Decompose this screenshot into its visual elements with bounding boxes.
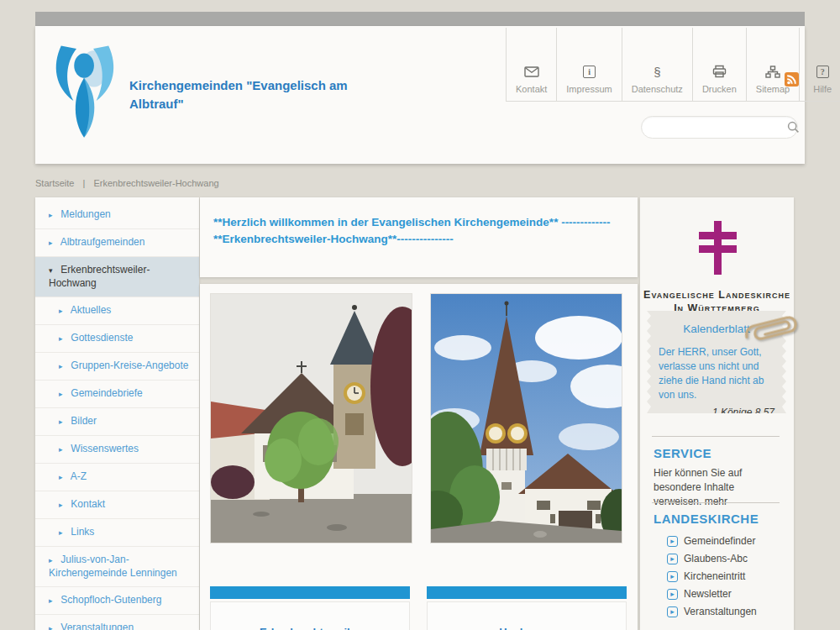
sidebar-nav-label: Julius-von-Jan-Kirchengemeinde Lenningen (49, 554, 177, 579)
sidebar-nav-item[interactable]: Bilder (35, 408, 199, 436)
toolbar-label: Datenschutz (632, 84, 683, 94)
landeskirche-link-label: Kircheneintritt (684, 570, 745, 582)
sidebar-nav-label: Gruppen-Kreise-Angebote (71, 360, 188, 371)
sidebar-nav-item[interactable]: Schopfloch-Gutenberg (35, 587, 199, 615)
breadcrumb-current: Erkenbrechtsweiler-Hochwang (93, 178, 218, 188)
sidebar-nav-label: A-Z (71, 470, 87, 482)
teaser-card-hochwang: Hochwang (427, 586, 627, 630)
toolbar-item-datenschutz[interactable]: § Datenschutz (622, 28, 692, 101)
teaser-card-erkenbrechtsweiler: Erkenbrechtsweiler (210, 586, 410, 630)
service-heading: SERVICE (654, 446, 711, 460)
play-arrow-icon (667, 571, 678, 582)
landeskirche-link[interactable]: Gemeindefinder (667, 535, 757, 547)
sidebar-nav-item[interactable]: Julius-von-Jan-Kirchengemeinde Lenningen (35, 547, 199, 587)
sidebar-nav-label: Veranstaltungen (60, 622, 134, 630)
expand-arrow-icon (59, 471, 68, 484)
sidebar-nav-item[interactable]: Gemeindebriefe (35, 381, 199, 408)
site-logo-link[interactable]: Kirchengemeinden "Evangelisch am Albtrau… (50, 41, 373, 144)
sidebar-nav-label: Erkenbrechtsweiler-Hochwang (49, 264, 150, 289)
toolbar-item-drucken[interactable]: Drucken (692, 28, 746, 101)
expand-arrow-icon (59, 333, 68, 345)
page: Kirchengemeinden "Evangelisch am Albtrau… (0, 0, 840, 630)
question-icon: ? (816, 63, 829, 80)
expand-arrow-icon (49, 265, 58, 277)
sidebar-nav-item[interactable]: Veranstaltungen (35, 615, 199, 630)
toolbar-label: Kontakt (516, 84, 547, 94)
breadcrumb: Startseite | Erkenbrechtsweiler-Hochwang (35, 178, 219, 188)
landeskirche-link[interactable]: Newsletter (667, 588, 757, 600)
sidebar-nav-item[interactable]: Gottesdienste (35, 325, 199, 353)
site-title: Kirchengemeinden "Evangelisch am Albtrau… (129, 76, 373, 113)
kalenderblatt-reference: 1.Könige 8,57 (659, 407, 774, 418)
card-header-bar (210, 586, 410, 599)
expand-arrow-icon (59, 444, 68, 456)
toolbar-label: Hilfe (813, 84, 832, 94)
envelope-icon (524, 63, 539, 80)
sidebar-nav-label: Bilder (71, 415, 97, 427)
sidebar-nav-item[interactable]: Kontakt (35, 491, 199, 519)
sidebar-nav-label: Schopfloch-Gutenberg (60, 594, 161, 606)
toolbar-label: Drucken (702, 84, 737, 94)
expand-arrow-icon (59, 416, 68, 428)
sidebar-nav-label: Gemeindebriefe (71, 387, 142, 399)
card-link-erkenbrechtsweiler[interactable]: Erkenbrechtsweiler (260, 626, 360, 630)
header-toolbar: Kontakt i Impressum § Datenschutz Drucke… (506, 28, 840, 102)
expand-arrow-icon (49, 622, 58, 630)
landeskirche-link-label: Newsletter (684, 588, 732, 600)
search-icon[interactable] (787, 121, 800, 134)
sidebar-nav-item[interactable]: Wissenswertes (35, 436, 199, 464)
toolbar-item-sitemap[interactable]: Sitemap (746, 28, 799, 101)
sidebar-nav-item[interactable]: Aktuelles (35, 297, 199, 325)
toolbar-item-hilfe[interactable]: ? Hilfe (799, 28, 840, 101)
welcome-panel: **Herzlich willkommen in der Evangelisch… (200, 197, 638, 277)
sidebar-nav-label: Links (71, 526, 94, 538)
kalenderblatt-widget: Kalenderblatt Der HERR, unser Gott, verl… (644, 311, 789, 415)
breadcrumb-startseite[interactable]: Startseite (35, 178, 74, 188)
play-arrow-icon (667, 536, 678, 547)
printer-icon (712, 63, 727, 80)
church-photo-hochwang (431, 294, 622, 543)
sidebar-nav-item[interactable]: Meldungen (35, 202, 199, 229)
sidebar-nav-item[interactable]: Albtraufgemeinden (35, 229, 199, 257)
divider (652, 436, 780, 437)
landeskirche-link[interactable]: Glaubens-Abc (667, 553, 757, 564)
kalenderblatt-verse: Der HERR, unser Gott, verlasse uns nicht… (659, 345, 774, 402)
toolbar-item-impressum[interactable]: i Impressum (556, 28, 621, 101)
content-panel: Erkenbrechtsweiler Hochwang (200, 284, 638, 630)
expand-arrow-icon (59, 499, 68, 512)
sidebar-nav-item[interactable]: Gruppen-Kreise-Angebote (35, 353, 199, 381)
figure-logo-icon (50, 41, 119, 144)
sidebar-navigation: Meldungen Albtraufgemeinden Erkenbrechts… (35, 197, 199, 630)
expand-arrow-icon (59, 305, 68, 318)
sidebar-nav-item[interactable]: A-Z (35, 464, 199, 491)
play-arrow-icon (667, 606, 678, 617)
landeskirche-links: Gemeindefinder Glaubens-Abc Kircheneintr… (667, 535, 757, 623)
rss-icon[interactable] (785, 72, 799, 87)
right-sidebar: Evangelische Landeskirche In Württemberg… (640, 197, 794, 630)
landeskirche-logo-link[interactable]: Evangelische Landeskirche In Württemberg (640, 197, 794, 315)
expand-arrow-icon (59, 388, 68, 401)
paragraph-icon: § (654, 63, 660, 80)
expand-arrow-icon (49, 237, 58, 249)
sidebar-nav-label: Albtraufgemeinden (60, 236, 145, 248)
church-photo-erkenbrechtsweiler (211, 294, 412, 543)
expand-arrow-icon (49, 554, 58, 567)
sidebar-nav-item[interactable]: Erkenbrechtsweiler-Hochwang (35, 257, 199, 297)
sidebar-nav-label: Meldungen (60, 208, 110, 220)
expand-arrow-icon (49, 209, 58, 222)
sidebar-nav-label: Gottesdienste (71, 332, 133, 344)
landeskirche-heading: LANDESKIRCHE (654, 512, 759, 526)
header: Kirchengemeinden "Evangelisch am Albtrau… (35, 26, 805, 164)
landeskirche-link[interactable]: Veranstaltungen (667, 606, 757, 617)
landeskirche-link[interactable]: Kircheneintritt (667, 570, 757, 582)
play-arrow-icon (667, 554, 678, 564)
search-input[interactable] (642, 122, 787, 134)
card-body: Hochwang (427, 601, 627, 630)
service-more-link[interactable]: mehr (705, 496, 727, 507)
expand-arrow-icon (49, 595, 58, 607)
toolbar-item-kontakt[interactable]: Kontakt (506, 28, 556, 101)
sidebar-nav-item[interactable]: Links (35, 519, 199, 547)
card-link-hochwang[interactable]: Hochwang (499, 626, 554, 630)
sitemap-icon (765, 63, 780, 80)
landeskirche-link-label: Gemeindefinder (684, 535, 755, 547)
